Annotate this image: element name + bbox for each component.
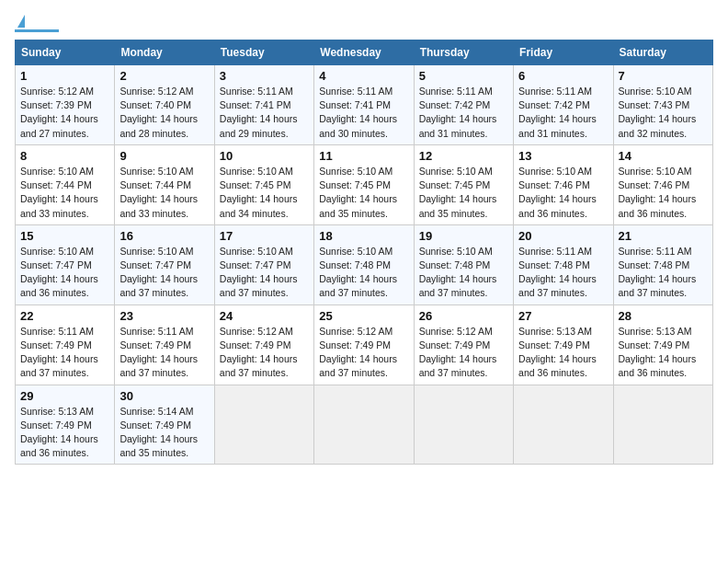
day-cell-21: 21 Sunrise: 5:11 AMSunset: 7:48 PMDaylig…	[613, 224, 712, 304]
day-info: Sunrise: 5:11 AMSunset: 7:42 PMDaylight:…	[518, 85, 608, 141]
day-number: 3	[220, 69, 309, 83]
day-info: Sunrise: 5:14 AMSunset: 7:49 PMDaylight:…	[119, 405, 209, 461]
day-cell-1: 1 Sunrise: 5:12 AMSunset: 7:39 PMDayligh…	[16, 65, 115, 145]
day-number: 26	[419, 309, 508, 323]
day-number: 21	[619, 229, 708, 243]
day-info: Sunrise: 5:13 AMSunset: 7:49 PMDaylight:…	[619, 325, 708, 381]
calendar-week-2: 8 Sunrise: 5:10 AMSunset: 7:44 PMDayligh…	[16, 144, 713, 224]
day-number: 29	[20, 389, 109, 403]
logo-triangle-icon	[17, 15, 25, 28]
day-info: Sunrise: 5:11 AMSunset: 7:48 PMDaylight:…	[619, 245, 708, 301]
day-number: 2	[119, 69, 209, 83]
day-info: Sunrise: 5:10 AMSunset: 7:46 PMDaylight:…	[619, 165, 708, 221]
day-cell-27: 27 Sunrise: 5:13 AMSunset: 7:49 PMDaylig…	[514, 304, 613, 385]
day-cell-22: 22 Sunrise: 5:11 AMSunset: 7:49 PMDaylig…	[16, 304, 115, 385]
day-cell-15: 15 Sunrise: 5:10 AMSunset: 7:47 PMDaylig…	[16, 224, 115, 304]
day-info: Sunrise: 5:12 AMSunset: 7:49 PMDaylight:…	[220, 325, 309, 381]
day-cell-10: 10 Sunrise: 5:10 AMSunset: 7:45 PMDaylig…	[214, 144, 313, 224]
day-cell-20: 20 Sunrise: 5:11 AMSunset: 7:48 PMDaylig…	[514, 224, 613, 304]
weekday-header-row: SundayMondayTuesdayWednesdayThursdayFrid…	[16, 40, 713, 65]
day-cell-8: 8 Sunrise: 5:10 AMSunset: 7:44 PMDayligh…	[16, 144, 115, 224]
weekday-header-saturday: Saturday	[613, 40, 712, 65]
day-cell-29: 29 Sunrise: 5:13 AMSunset: 7:49 PMDaylig…	[16, 385, 115, 465]
empty-cell	[214, 385, 313, 465]
day-cell-2: 2 Sunrise: 5:12 AMSunset: 7:40 PMDayligh…	[115, 65, 214, 145]
day-number: 4	[319, 69, 408, 83]
day-info: Sunrise: 5:10 AMSunset: 7:45 PMDaylight:…	[220, 165, 309, 221]
day-cell-13: 13 Sunrise: 5:10 AMSunset: 7:46 PMDaylig…	[514, 144, 613, 224]
day-number: 12	[419, 149, 508, 163]
day-info: Sunrise: 5:13 AMSunset: 7:49 PMDaylight:…	[20, 405, 109, 461]
day-cell-9: 9 Sunrise: 5:10 AMSunset: 7:44 PMDayligh…	[115, 144, 214, 224]
day-number: 15	[20, 229, 109, 243]
day-number: 14	[619, 149, 708, 163]
day-cell-4: 4 Sunrise: 5:11 AMSunset: 7:41 PMDayligh…	[314, 65, 414, 145]
calendar-week-4: 22 Sunrise: 5:11 AMSunset: 7:49 PMDaylig…	[16, 304, 713, 385]
day-number: 1	[20, 69, 109, 83]
day-cell-12: 12 Sunrise: 5:10 AMSunset: 7:45 PMDaylig…	[414, 144, 513, 224]
day-number: 13	[518, 149, 608, 163]
calendar-week-3: 15 Sunrise: 5:10 AMSunset: 7:47 PMDaylig…	[16, 224, 713, 304]
weekday-header-monday: Monday	[115, 40, 214, 65]
day-info: Sunrise: 5:10 AMSunset: 7:45 PMDaylight:…	[419, 165, 508, 221]
logo-underline	[15, 29, 59, 32]
day-info: Sunrise: 5:10 AMSunset: 7:47 PMDaylight:…	[119, 245, 209, 301]
empty-cell	[414, 385, 513, 465]
day-cell-24: 24 Sunrise: 5:12 AMSunset: 7:49 PMDaylig…	[214, 304, 313, 385]
day-number: 7	[619, 69, 708, 83]
day-number: 18	[319, 229, 408, 243]
day-info: Sunrise: 5:12 AMSunset: 7:49 PMDaylight:…	[419, 325, 508, 381]
day-number: 28	[619, 309, 708, 323]
day-info: Sunrise: 5:11 AMSunset: 7:49 PMDaylight:…	[20, 325, 109, 381]
day-info: Sunrise: 5:10 AMSunset: 7:46 PMDaylight:…	[518, 165, 608, 221]
day-cell-5: 5 Sunrise: 5:11 AMSunset: 7:42 PMDayligh…	[414, 65, 513, 145]
day-number: 19	[419, 229, 508, 243]
weekday-header-thursday: Thursday	[414, 40, 513, 65]
day-info: Sunrise: 5:10 AMSunset: 7:44 PMDaylight:…	[20, 165, 109, 221]
day-cell-16: 16 Sunrise: 5:10 AMSunset: 7:47 PMDaylig…	[115, 224, 214, 304]
day-cell-28: 28 Sunrise: 5:13 AMSunset: 7:49 PMDaylig…	[613, 304, 712, 385]
day-info: Sunrise: 5:10 AMSunset: 7:44 PMDaylight:…	[119, 165, 209, 221]
empty-cell	[613, 385, 712, 465]
empty-cell	[314, 385, 414, 465]
day-cell-23: 23 Sunrise: 5:11 AMSunset: 7:49 PMDaylig…	[115, 304, 214, 385]
weekday-header-sunday: Sunday	[16, 40, 115, 65]
empty-cell	[514, 385, 613, 465]
day-number: 27	[518, 309, 608, 323]
weekday-header-wednesday: Wednesday	[314, 40, 414, 65]
day-number: 9	[119, 149, 209, 163]
weekday-header-friday: Friday	[514, 40, 613, 65]
day-cell-3: 3 Sunrise: 5:11 AMSunset: 7:41 PMDayligh…	[214, 65, 313, 145]
day-number: 10	[220, 149, 309, 163]
calendar-table: SundayMondayTuesdayWednesdayThursdayFrid…	[15, 40, 713, 465]
day-number: 23	[119, 309, 209, 323]
day-number: 16	[119, 229, 209, 243]
day-info: Sunrise: 5:12 AMSunset: 7:39 PMDaylight:…	[20, 85, 109, 141]
day-number: 11	[319, 149, 408, 163]
logo	[15, 15, 59, 32]
day-cell-19: 19 Sunrise: 5:10 AMSunset: 7:48 PMDaylig…	[414, 224, 513, 304]
day-info: Sunrise: 5:10 AMSunset: 7:48 PMDaylight:…	[319, 245, 408, 301]
day-info: Sunrise: 5:11 AMSunset: 7:49 PMDaylight:…	[119, 325, 209, 381]
day-cell-11: 11 Sunrise: 5:10 AMSunset: 7:45 PMDaylig…	[314, 144, 414, 224]
day-cell-26: 26 Sunrise: 5:12 AMSunset: 7:49 PMDaylig…	[414, 304, 513, 385]
calendar-header: SundayMondayTuesdayWednesdayThursdayFrid…	[16, 40, 713, 65]
day-number: 8	[20, 149, 109, 163]
weekday-header-tuesday: Tuesday	[214, 40, 313, 65]
page-header	[15, 15, 713, 32]
day-info: Sunrise: 5:10 AMSunset: 7:47 PMDaylight:…	[220, 245, 309, 301]
day-number: 5	[419, 69, 508, 83]
day-info: Sunrise: 5:11 AMSunset: 7:48 PMDaylight:…	[518, 245, 608, 301]
day-number: 24	[220, 309, 309, 323]
day-info: Sunrise: 5:10 AMSunset: 7:45 PMDaylight:…	[319, 165, 408, 221]
day-number: 30	[119, 389, 209, 403]
calendar-body: 1 Sunrise: 5:12 AMSunset: 7:39 PMDayligh…	[16, 65, 713, 465]
day-cell-25: 25 Sunrise: 5:12 AMSunset: 7:49 PMDaylig…	[314, 304, 414, 385]
day-number: 22	[20, 309, 109, 323]
day-info: Sunrise: 5:11 AMSunset: 7:42 PMDaylight:…	[419, 85, 508, 141]
day-info: Sunrise: 5:10 AMSunset: 7:43 PMDaylight:…	[619, 85, 708, 141]
day-number: 25	[319, 309, 408, 323]
day-info: Sunrise: 5:10 AMSunset: 7:48 PMDaylight:…	[419, 245, 508, 301]
day-info: Sunrise: 5:13 AMSunset: 7:49 PMDaylight:…	[518, 325, 608, 381]
day-cell-17: 17 Sunrise: 5:10 AMSunset: 7:47 PMDaylig…	[214, 224, 313, 304]
